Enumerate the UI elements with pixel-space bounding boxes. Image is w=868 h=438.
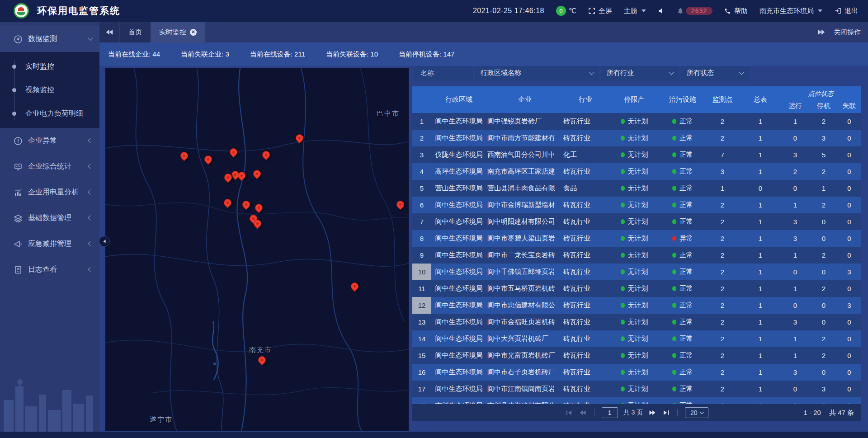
table-row[interactable]: 1 阆中生态环境局 阆中强锐页岩砖厂 砖瓦行业 无计划 正常 2 1 1 2 0	[412, 113, 861, 130]
cell-monitor-points: 2	[704, 113, 741, 130]
map-collapse-button[interactable]	[99, 236, 110, 247]
cell-region: 阆中生态环境局	[431, 330, 486, 347]
cell-pollution-facility: 正常	[661, 264, 704, 280]
cell-pollution-facility: 正常	[661, 130, 704, 146]
table-row[interactable]: 11 阆中生态环境局 阆中市五马桥页岩机砖 砖瓦行业 无计划 正常 2 1 1 …	[412, 280, 861, 297]
sidebar-item-enterprise-statistics[interactable]: 企业综合统计	[0, 154, 99, 179]
sidebar-item-log-view[interactable]: 日志查看	[0, 257, 99, 283]
last-page-button[interactable]	[662, 409, 670, 417]
double-chevron-right-icon[interactable]	[817, 28, 826, 36]
cell-region: 阆中生态环境局	[431, 381, 486, 397]
page-size-select[interactable]: 20	[685, 407, 708, 418]
table-row[interactable]: 17 阆中生态环境局 阆中市江南镇阆南页岩 砖瓦行业 无计划 正常 2 1 0 …	[412, 381, 861, 397]
table-row[interactable]: 13 阆中生态环境局 阆中市金福旺页岩机砖 砖瓦行业 无计划 正常 2 1 3 …	[412, 314, 861, 330]
cell-running: 0	[780, 130, 810, 146]
table-row[interactable]: 6 阆中生态环境局 阆中市金博瑞新型墙材 砖瓦行业 无计划 正常 2 1 1 2…	[412, 197, 861, 213]
chevron-down-icon	[589, 70, 594, 75]
cell-total-meters: 1	[741, 397, 780, 404]
cell-stopped: 0	[810, 364, 837, 381]
stats-board-icon	[14, 162, 23, 171]
chevron-left-icon	[88, 138, 93, 143]
cell-running: 0	[780, 381, 810, 397]
notification-widget[interactable]: 2632	[677, 7, 712, 15]
table-row[interactable]: 10 阆中生态环境局 阆中千佛镇五郎垭页岩 砖瓦行业 无计划 正常 2 1 0 …	[412, 264, 861, 280]
cell-running: 3	[780, 213, 810, 230]
table-row[interactable]: 12 阆中生态环境局 阆中市忠信建材有限公 砖瓦行业 无计划 正常 2 1 0 …	[412, 297, 861, 314]
name-filter-input[interactable]	[420, 69, 468, 77]
fullscreen-button[interactable]: 全屏	[588, 7, 612, 15]
cell-stopped: 2	[810, 163, 837, 180]
cell-lost: 0	[837, 397, 861, 404]
help-button[interactable]: 帮助	[724, 7, 748, 15]
table-row[interactable]: 9 阆中生态环境局 阆中市二龙长宝页岩砖 砖瓦行业 无计划 正常 2 1 1 2…	[412, 247, 861, 264]
status-dot	[621, 219, 625, 224]
bar-chart-icon	[14, 188, 23, 197]
sidebar-item-realtime-monitor[interactable]: 实时监控	[0, 55, 99, 78]
sidebar-item-enterprise-abnormal[interactable]: 企业异常	[0, 128, 99, 154]
prev-page-button[interactable]	[579, 409, 587, 417]
table-row[interactable]: 15 阆中生态环境局 阆中市光富页岩机砖厂 砖瓦行业 无计划 正常 2 1 1 …	[412, 347, 861, 364]
table-row[interactable]: 16 阆中生态环境局 阆中市石子页岩机砖厂 砖瓦行业 无计划 正常 2 1 3 …	[412, 364, 861, 381]
sidebar-item-emergency-reduction[interactable]: 应急减排管理	[0, 231, 99, 257]
cell-pollution-facility: 正常	[661, 381, 704, 397]
app-title: 环保用电监管系统	[37, 5, 120, 17]
cell-industry: 砖瓦行业	[562, 130, 608, 146]
cell-running: 2	[780, 163, 810, 180]
sidebar-item-power-analysis[interactable]: 企业用电量分析	[0, 179, 99, 205]
sidebar-item-base-data[interactable]: 基础数据管理	[0, 205, 99, 231]
table-row[interactable]: 8 阆中生态环境局 阆中市枣碧大梁山页岩 砖瓦行业 无计划 异常 2 1 3 0…	[412, 230, 861, 247]
logout-button[interactable]: 退出	[834, 7, 858, 15]
table-row[interactable]: 4 高坪生态环境局 南充市高坪区王家店建 砖瓦行业 无计划 正常 3 1 2 2…	[412, 163, 861, 180]
status-dot	[621, 119, 625, 124]
tab-close-icon[interactable]: ✕	[190, 29, 197, 36]
name-filter[interactable]	[414, 65, 473, 81]
cell-region: 营山生态环境局	[431, 180, 486, 197]
row-number: 9	[412, 247, 431, 264]
sidebar-item-video-monitor[interactable]: 视频监控	[0, 78, 99, 102]
table-row[interactable]: 18 南部生态环境局 南部县建兴建材有限公 砖瓦行业 无计划 正常 2 1 0 …	[412, 397, 861, 404]
tab-realtime-monitor[interactable]: 实时监控 ✕	[151, 22, 205, 42]
page-input[interactable]	[602, 407, 618, 418]
table-row[interactable]: 2 阆中生态环境局 阆中市南方节能建材有 砖瓦行业 无计划 正常 2 1 0 3…	[412, 130, 861, 146]
cell-stopped: 2	[810, 280, 837, 297]
status-filter-select[interactable]: 所有状态	[681, 65, 749, 81]
table-row[interactable]: 5 营山生态环境局 营山县润丰肉食品有限 食品 无计划 正常 1 0 0 1 0	[412, 180, 861, 197]
next-page-button[interactable]	[648, 409, 656, 417]
status-dot	[672, 320, 676, 325]
tabs-scroll-left-button[interactable]	[99, 22, 119, 42]
cell-company: 阆中强锐页岩砖厂	[486, 113, 562, 130]
cell-industry: 砖瓦行业	[562, 314, 608, 330]
map[interactable]: 巴中市南充市遂宁市	[105, 68, 409, 431]
row-number: 11	[412, 280, 431, 297]
cell-monitor-points: 1	[704, 180, 741, 197]
theme-dropdown[interactable]: 主题	[624, 7, 646, 15]
table-row[interactable]: 3 仪陇生态环境局 西南油气田分公司川中 化工 无计划 正常 7 1 3 5 0	[412, 146, 861, 163]
column-header-pollution-facility: 治污设施	[661, 86, 704, 113]
alert-circle-icon	[14, 137, 23, 146]
cell-region: 阆中生态环境局	[431, 297, 486, 314]
industry-filter-select[interactable]: 所有行业	[601, 65, 679, 81]
cell-lost: 0	[837, 230, 861, 247]
sidebar-item-power-load-detail[interactable]: 企业电力负荷明细	[0, 102, 99, 125]
app-header: 环保用电监管系统 2021-02-25 17:46:18 0 ℃ 全屏 主题 2…	[0, 0, 868, 22]
status-dot	[672, 219, 676, 224]
org-dropdown[interactable]: 南充市生态环境局	[760, 7, 822, 15]
table-row[interactable]: 7 阆中生态环境局 阆中明阳建材有限公司 砖瓦行业 无计划 正常 2 1 3 0…	[412, 213, 861, 230]
sidebar-item-data-monitoring[interactable]: 数据监测	[0, 26, 99, 52]
skyline-watermark	[0, 368, 99, 432]
status-dot	[621, 136, 625, 141]
status-dot	[621, 353, 625, 358]
mute-button[interactable]	[658, 7, 665, 14]
tab-home[interactable]: 首页	[120, 22, 150, 42]
bell-icon	[677, 7, 684, 14]
stat-item: 当前在线设备: 211	[250, 50, 305, 59]
close-operations-button[interactable]: 关闭操作	[834, 28, 861, 37]
first-page-button[interactable]	[565, 409, 573, 417]
table-row[interactable]: 14 阆中生态环境局 阆中大兴页岩机砖厂 砖瓦行业 无计划 正常 2 1 1 2…	[412, 330, 861, 347]
cell-monitor-points: 2	[704, 197, 741, 213]
region-filter-select[interactable]: 行政区域名称	[475, 65, 599, 81]
document-icon	[14, 265, 23, 274]
double-chevron-left-icon	[105, 28, 113, 36]
cell-total-meters: 1	[741, 264, 780, 280]
status-dot	[672, 336, 676, 341]
